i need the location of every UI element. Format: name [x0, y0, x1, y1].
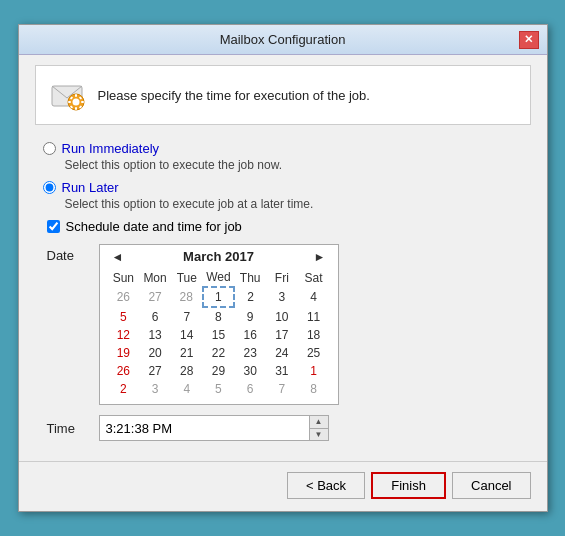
calendar-day[interactable]: 16 [234, 326, 266, 344]
calendar-weekday: Sun [108, 268, 140, 287]
calendar-day[interactable]: 13 [139, 326, 171, 344]
calendar-day[interactable]: 9 [234, 307, 266, 326]
svg-rect-4 [75, 107, 77, 110]
calendar-day[interactable]: 14 [171, 326, 203, 344]
calendar-weekdays-row: SunMonTueWedThuFriSat [108, 268, 330, 287]
calendar-row: 12131415161718 [108, 326, 330, 344]
options-section: Run Immediately Select this option to ex… [35, 141, 531, 441]
run-immediately-desc: Select this option to execute the job no… [65, 158, 523, 172]
svg-rect-5 [68, 101, 71, 103]
footer: < Back Finish Cancel [19, 461, 547, 511]
calendar-day[interactable]: 15 [203, 326, 235, 344]
calendar-day[interactable]: 4 [171, 380, 203, 398]
calendar-day[interactable]: 11 [298, 307, 330, 326]
time-decrement-button[interactable]: ▼ [310, 428, 328, 440]
calendar-day[interactable]: 27 [139, 287, 171, 307]
info-banner: Please specify the time for execution of… [35, 65, 531, 125]
calendar-row: 2627281234 [108, 287, 330, 307]
calendar-day[interactable]: 7 [171, 307, 203, 326]
run-later-label[interactable]: Run Later [62, 180, 119, 195]
calendar-day[interactable]: 17 [266, 326, 298, 344]
calendar-day[interactable]: 7 [266, 380, 298, 398]
calendar-day[interactable]: 2 [234, 287, 266, 307]
svg-rect-3 [75, 94, 77, 97]
calendar-day[interactable]: 6 [139, 307, 171, 326]
calendar-day[interactable]: 12 [108, 326, 140, 344]
finish-button[interactable]: Finish [371, 472, 446, 499]
calendar-day[interactable]: 10 [266, 307, 298, 326]
calendar-day[interactable]: 29 [203, 362, 235, 380]
time-label: Time [47, 421, 87, 436]
titlebar: Mailbox Configuration ✕ [19, 25, 547, 55]
calendar-weekday: Fri [266, 268, 298, 287]
time-spin-buttons: ▲ ▼ [309, 416, 328, 440]
run-immediately-label[interactable]: Run Immediately [62, 141, 160, 156]
calendar-day[interactable]: 4 [298, 287, 330, 307]
dialog: Mailbox Configuration ✕ [18, 24, 548, 512]
calendar-day[interactable]: 30 [234, 362, 266, 380]
calendar-row: 19202122232425 [108, 344, 330, 362]
calendar-day[interactable]: 28 [171, 362, 203, 380]
calendar-day[interactable]: 23 [234, 344, 266, 362]
time-input-wrapper: ▲ ▼ [99, 415, 329, 441]
calendar-row: 2345678 [108, 380, 330, 398]
run-immediately-option[interactable]: Run Immediately [43, 141, 523, 156]
calendar-day[interactable]: 3 [266, 287, 298, 307]
date-section: Date ◄ March 2017 ► SunMonTueWedThuFriSa… [47, 244, 523, 405]
calendar-weekday: Thu [234, 268, 266, 287]
calendar-row: 2627282930311 [108, 362, 330, 380]
time-section: Time ▲ ▼ [47, 415, 523, 441]
calendar-day[interactable]: 25 [298, 344, 330, 362]
calendar-weekday: Wed [203, 268, 235, 287]
close-button[interactable]: ✕ [519, 31, 539, 49]
calendar-header: ◄ March 2017 ► [108, 249, 330, 264]
run-later-desc: Select this option to execute job at a l… [65, 197, 523, 211]
date-label: Date [47, 244, 87, 405]
calendar-day[interactable]: 21 [171, 344, 203, 362]
schedule-checkbox[interactable] [47, 220, 60, 233]
calendar-weekday: Sat [298, 268, 330, 287]
calendar-day[interactable]: 6 [234, 380, 266, 398]
calendar-day[interactable]: 2 [108, 380, 140, 398]
calendar-day[interactable]: 31 [266, 362, 298, 380]
calendar-month-year: March 2017 [183, 249, 254, 264]
calendar-day[interactable]: 5 [203, 380, 235, 398]
calendar-day[interactable]: 22 [203, 344, 235, 362]
schedule-checkbox-row[interactable]: Schedule date and time for job [47, 219, 523, 234]
calendar-day[interactable]: 26 [108, 287, 140, 307]
time-increment-button[interactable]: ▲ [310, 416, 328, 428]
calendar-grid: SunMonTueWedThuFriSat 262728123456789101… [108, 268, 330, 398]
dialog-content: Please specify the time for execution of… [19, 55, 547, 453]
banner-text: Please specify the time for execution of… [98, 88, 370, 103]
dialog-title: Mailbox Configuration [47, 32, 519, 47]
calendar-day[interactable]: 26 [108, 362, 140, 380]
calendar-body: 2627281234567891011121314151617181920212… [108, 287, 330, 398]
calendar-day[interactable]: 1 [203, 287, 235, 307]
calendar-day[interactable]: 18 [298, 326, 330, 344]
calendar-weekday: Mon [139, 268, 171, 287]
cancel-button[interactable]: Cancel [452, 472, 530, 499]
calendar-day[interactable]: 8 [298, 380, 330, 398]
calendar-day[interactable]: 28 [171, 287, 203, 307]
calendar-day[interactable]: 24 [266, 344, 298, 362]
info-icon [48, 76, 86, 114]
calendar-day[interactable]: 3 [139, 380, 171, 398]
calendar-day[interactable]: 8 [203, 307, 235, 326]
run-later-option[interactable]: Run Later [43, 180, 523, 195]
schedule-label[interactable]: Schedule date and time for job [66, 219, 242, 234]
calendar-day[interactable]: 19 [108, 344, 140, 362]
calendar: ◄ March 2017 ► SunMonTueWedThuFriSat 262… [99, 244, 339, 405]
time-input[interactable] [100, 418, 309, 439]
calendar-day[interactable]: 1 [298, 362, 330, 380]
svg-point-2 [72, 99, 79, 106]
calendar-day[interactable]: 5 [108, 307, 140, 326]
prev-month-button[interactable]: ◄ [108, 250, 128, 264]
svg-rect-6 [81, 101, 84, 103]
back-button[interactable]: < Back [287, 472, 365, 499]
calendar-day[interactable]: 20 [139, 344, 171, 362]
run-later-radio[interactable] [43, 181, 56, 194]
calendar-row: 567891011 [108, 307, 330, 326]
run-immediately-radio[interactable] [43, 142, 56, 155]
calendar-day[interactable]: 27 [139, 362, 171, 380]
next-month-button[interactable]: ► [310, 250, 330, 264]
